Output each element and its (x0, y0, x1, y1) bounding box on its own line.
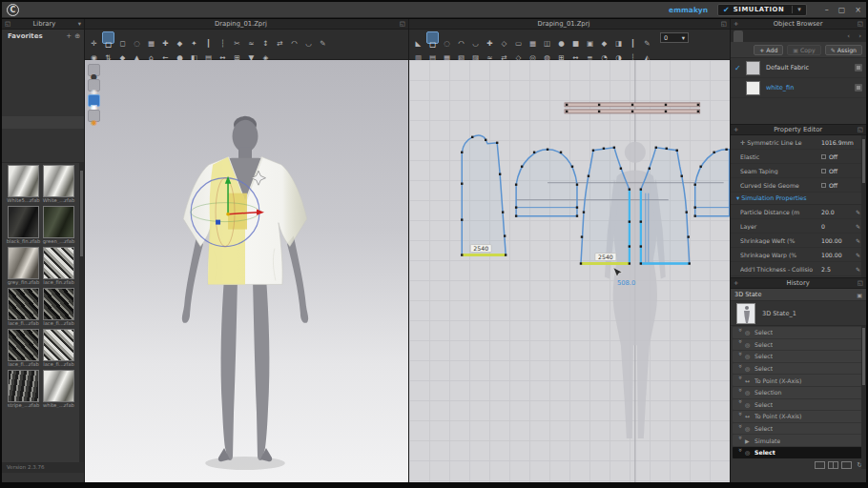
property-row[interactable]: Curved Side Geome Off ✎ (731, 178, 866, 193)
checkbox[interactable] (821, 183, 826, 188)
tool-segment-sewing[interactable]: ┃ (202, 31, 215, 44)
tool-free-sew[interactable]: ≈ (484, 46, 496, 58)
property-row[interactable]: Shrinkage Warp (% 100.00 ✎ (731, 248, 866, 262)
user-name[interactable]: emmakyn (669, 6, 708, 14)
tool-select-lasso[interactable]: ◌ (131, 31, 143, 44)
fabric-usage-badge[interactable] (855, 64, 862, 71)
library-category[interactable] (2, 129, 84, 141)
pattern-sleeve-right[interactable] (694, 149, 730, 217)
property-row[interactable]: Layer 0 ✎ (731, 219, 866, 234)
tool-arrow[interactable]: ← (159, 46, 172, 58)
library-category[interactable] (2, 104, 84, 116)
pattern-back-panel[interactable]: 2540 (461, 135, 506, 256)
collapse-panel-icon[interactable]: + (731, 126, 741, 133)
tool-avatar[interactable]: ◉ (88, 46, 100, 58)
3d-state-item[interactable]: 3D State_1 (731, 301, 866, 326)
tool-grade[interactable]: ▦ (527, 31, 539, 44)
library-category[interactable] (2, 92, 84, 104)
object-browser-tab[interactable] (753, 30, 762, 42)
fabric-thumbnail[interactable] (8, 288, 39, 320)
clo-logo-icon[interactable]: C (7, 4, 19, 16)
fabric-library-list[interactable]: White5...zfab White_...zfab black_fin.zf… (2, 163, 84, 462)
tool-tack[interactable]: ◆ (174, 31, 186, 44)
fabric-color-swatch[interactable] (746, 81, 760, 95)
fabric-thumbnail[interactable] (8, 206, 39, 238)
property-row[interactable]: Add'l Thickness - Collisio 2.5 ✎ (731, 262, 866, 276)
tool-notch[interactable]: ◆ (598, 31, 610, 44)
object-browser-tab[interactable] (743, 30, 753, 42)
pattern-front-left[interactable]: 2540 (580, 147, 630, 265)
tool-sew-1[interactable]: ▥ (412, 46, 424, 58)
tool-render[interactable]: ▼ (245, 46, 258, 58)
library-category[interactable] (2, 79, 84, 92)
tool-transform[interactable]: ◣ (412, 31, 424, 44)
library-category[interactable] (2, 67, 84, 79)
3d-scene[interactable] (85, 60, 408, 482)
tool-layers[interactable]: ▤ (202, 46, 215, 58)
fabric-swatch[interactable]: lace_fi...zfab (6, 287, 41, 326)
tool-move-h[interactable]: ↔ (217, 46, 229, 58)
add-fabric-button[interactable]: + Add (754, 45, 783, 55)
fabric-thumbnail[interactable] (43, 165, 74, 197)
tool-dart[interactable]: ◫ (541, 31, 553, 44)
history-entry[interactable]: » ◎ Select (733, 327, 864, 338)
tool-measure-tape[interactable]: ◆ (116, 46, 129, 58)
show-garment-toggle[interactable]: ● (88, 64, 100, 76)
history-entry[interactable]: » ↔ To Point (X-Axis) (733, 375, 864, 386)
2d-viewport[interactable]: 2540 (409, 60, 730, 482)
add-favorite-icon[interactable]: + (63, 32, 72, 40)
fabric-thumbnail[interactable] (43, 370, 74, 402)
tool-light[interactable]: ◧ (188, 46, 200, 58)
history-entry[interactable]: » ◎ Select (733, 423, 864, 435)
panel-dock-icon[interactable]: ◱ (855, 126, 866, 133)
property-value[interactable]: 100.00 (821, 252, 842, 258)
pattern-front-right[interactable] (640, 147, 691, 265)
3d-viewport[interactable]: ●◉▣◉ (85, 60, 408, 482)
tool-fold-arrange[interactable]: ↕ (259, 31, 272, 44)
collapse-icon[interactable]: » (736, 424, 744, 434)
checkbox[interactable] (821, 154, 826, 159)
tool-edit-curvature[interactable]: ◡ (469, 31, 482, 44)
check-icon[interactable]: ✓ (734, 84, 746, 92)
collapse-icon[interactable]: » (736, 436, 744, 445)
tool-merge[interactable]: ≡ (584, 46, 596, 58)
tool-fold[interactable]: ◭ (641, 46, 653, 58)
property-value[interactable]: 2.5 (821, 266, 831, 273)
collapse-icon[interactable]: » (736, 388, 744, 397)
fabric-swatch[interactable]: lace_fin.zfab (41, 246, 76, 285)
property-row[interactable]: Particle Distance (m 20.0 ✎ (731, 205, 866, 219)
white_fin[interactable]: ✓ white_fin (731, 78, 866, 98)
history-entry[interactable]: » ◎ Select (733, 339, 864, 351)
property-row[interactable]: Seam Taping Off ✎ (731, 164, 866, 178)
fabric-thumbnail[interactable] (8, 329, 39, 361)
fabric-thumbnail[interactable] (43, 329, 74, 361)
tabs-scroll-left-icon[interactable]: ‹ (845, 32, 852, 40)
property-editor-scrollbar[interactable] (861, 135, 866, 277)
property-value[interactable]: Off (829, 153, 837, 160)
tool-scene[interactable]: ⌂ (145, 46, 157, 58)
tool-polygon[interactable]: ◇ (498, 31, 510, 44)
tool-button[interactable]: ◎ (527, 46, 539, 58)
history-entry[interactable]: » ◎ Selection (733, 387, 864, 398)
tool-internal-rect[interactable]: ■ (569, 31, 582, 44)
pattern-band[interactable] (565, 103, 700, 113)
history-entry[interactable]: » ◎ Select (733, 447, 864, 458)
object-browser-tab[interactable] (734, 30, 743, 42)
tool-baste[interactable]: ┆ (627, 46, 639, 58)
property-row[interactable]: Elastic Off ✎ (731, 150, 866, 164)
library-category[interactable] (2, 116, 84, 129)
fabric-thumbnail[interactable] (8, 370, 39, 402)
object-browser-tab[interactable] (762, 30, 772, 42)
3d-state-thumbnail[interactable] (736, 303, 755, 324)
tool-buttonhole[interactable]: ◍ (541, 46, 553, 58)
fabric-thumbnail[interactable] (43, 288, 74, 320)
tool-gizmo[interactable]: ✛ (88, 31, 100, 44)
chevron-down-icon[interactable]: ▾ (75, 20, 84, 28)
maximize-button[interactable]: ▢ (834, 6, 851, 14)
library-category[interactable] (2, 42, 84, 54)
add-folder-icon[interactable]: ⊕ (72, 32, 80, 40)
tool-sew-5[interactable]: ▨ (469, 46, 482, 58)
panel-dock-icon[interactable]: ◱ (397, 20, 408, 28)
tool-pattern-annotate[interactable]: ✎ (641, 31, 653, 44)
panel-dock-icon[interactable]: ◱ (855, 279, 866, 287)
